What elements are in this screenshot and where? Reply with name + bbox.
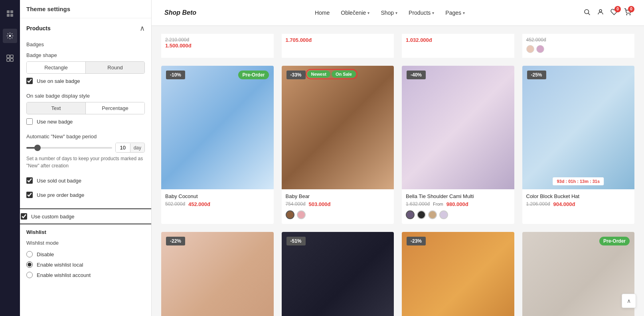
display-style-group: Text Percentage	[26, 102, 145, 114]
swatches-bella	[406, 210, 510, 219]
top-nav: Shop Beto Home Oblečenie ▾ Shop ▾ Produc…	[152, 0, 644, 26]
product-image-bottom1: -22%	[161, 232, 274, 316]
search-button[interactable]	[583, 8, 591, 18]
enable-local-label[interactable]: Enable wishlist local	[37, 262, 83, 268]
use-pre-order-badge-label[interactable]: Use pre order badge	[37, 192, 84, 198]
swatch-pink[interactable]	[297, 210, 306, 219]
price-row-hat: 1.206.000đ 904.000đ	[526, 201, 631, 207]
products-section-toggle[interactable]: ∧	[140, 24, 145, 33]
use-new-badge-checkbox[interactable]	[26, 118, 33, 125]
percentage-option[interactable]: Percentage	[86, 102, 144, 114]
swatches-baby-bear	[286, 210, 390, 219]
sale-price-hat: 904.000đ	[553, 201, 575, 207]
settings-gear-icon[interactable]	[3, 29, 17, 43]
disable-wishlist-radio[interactable]	[26, 251, 33, 257]
product-image-hat: -25% 93d : 01h : 13m : 31s	[522, 66, 635, 189]
disable-wishlist-label[interactable]: Disable	[37, 251, 54, 257]
use-custom-badge-checkbox[interactable]	[21, 213, 27, 220]
enable-local-radio[interactable]	[26, 261, 33, 268]
product-card-bottom2: -51%	[282, 232, 394, 316]
swatch-lavender[interactable]	[439, 210, 448, 219]
prices-row: 2.210.000đ 1.500.000đ 1.705.000đ 1.032.0…	[161, 34, 634, 58]
use-sold-out-badge-checkbox[interactable]	[26, 177, 33, 184]
product-image-baby-coconut: -10% Pre-Order	[161, 66, 274, 189]
account-button[interactable]	[597, 8, 604, 18]
original-price-hat: 1.206.000đ	[526, 201, 550, 207]
wishlist-button[interactable]: 0	[610, 8, 618, 18]
svg-point-4	[9, 35, 11, 37]
swatch-brown[interactable]	[286, 210, 294, 219]
use-custom-badge-label[interactable]: Use custom badge	[31, 214, 74, 220]
nav-products-label: Products	[409, 10, 431, 16]
product-name-baby-coconut: Baby Coconut	[165, 193, 270, 199]
wishlist-badge: 0	[614, 6, 621, 12]
swatch-purple[interactable]	[406, 210, 415, 219]
settings-panel: Theme settings Products ∧ Badges Badge s…	[20, 0, 152, 316]
use-on-sale-badge-row: Use on sale badge	[26, 74, 145, 88]
pages-chevron-icon: ▾	[463, 11, 465, 15]
enable-local-radio-row: Enable wishlist local	[26, 259, 145, 270]
nav-links: Home Oblečenie ▾ Shop ▾ Products ▾ Pages…	[315, 10, 465, 16]
nav-home[interactable]: Home	[315, 10, 330, 16]
new-badge-period-row: Automatic "New" badge period day Set a n…	[26, 133, 145, 169]
sale-badge-bottom1: -22%	[166, 237, 185, 245]
wishlist-mode-label: Wishlist mode	[26, 240, 145, 246]
nav-icons: 0 0	[583, 8, 631, 18]
blocks-icon[interactable]	[3, 51, 17, 65]
price-cell-3: 452.000đ	[522, 34, 635, 58]
rectangle-option[interactable]: Rectangle	[27, 62, 85, 73]
nav-products[interactable]: Products ▾	[409, 10, 434, 16]
bella-image	[402, 66, 514, 189]
scroll-to-top-button[interactable]: ∧	[622, 294, 636, 308]
price-row-baby-bear: 754.000đ 503.000đ	[286, 201, 390, 207]
original-price-baby-bear: 754.000đ	[286, 201, 306, 207]
use-pre-order-badge-checkbox[interactable]	[26, 192, 33, 198]
new-badge-slider[interactable]	[26, 147, 112, 149]
product-info-baby-coconut: Baby Coconut 502.000đ 452.000đ	[161, 189, 274, 212]
product-image-bella: -40%	[402, 66, 514, 189]
layout-icon[interactable]	[3, 6, 17, 21]
use-on-sale-badge-label[interactable]: Use on sale badge	[37, 78, 80, 84]
product-name-hat: Color Block Bucket Hat	[526, 193, 631, 199]
price-cell-2: 1.032.000đ	[402, 34, 514, 58]
price-sale-1: 1.705.000đ	[286, 37, 390, 43]
enable-account-radio-row: Enable wishlist account	[26, 270, 145, 280]
svg-rect-3	[10, 14, 13, 17]
nav-home-label: Home	[315, 10, 330, 16]
svg-point-12	[626, 14, 627, 15]
product-image-baby-bear: -33% Newest On Sale	[282, 66, 394, 189]
hat-image	[522, 66, 635, 189]
enable-account-label[interactable]: Enable wishlist account	[37, 272, 91, 278]
round-option[interactable]: Round	[86, 62, 144, 73]
product-card-bottom3: -23%	[402, 232, 514, 316]
nav-shop-label: Shop	[381, 10, 394, 16]
preorder-badge-baby-coconut: Pre-Order	[238, 71, 269, 79]
day-unit-label: day	[130, 143, 144, 152]
original-price-bella: 1.632.000đ	[406, 201, 430, 207]
use-on-sale-badge-checkbox[interactable]	[26, 78, 33, 84]
products-grid: -10% Pre-Order Baby Coconut 502.000đ 452…	[161, 66, 634, 316]
swatch-tan[interactable]	[428, 210, 437, 219]
swatch-black[interactable]	[417, 210, 426, 219]
day-input[interactable]	[116, 143, 130, 152]
use-new-badge-label[interactable]: Use new badge	[37, 119, 73, 125]
cart-button[interactable]: 0	[624, 8, 631, 18]
color-dots-3	[526, 45, 631, 53]
nav-shop[interactable]: Shop ▾	[381, 10, 397, 16]
svg-point-13	[630, 14, 630, 15]
products-section-title: Products	[26, 25, 51, 31]
shop-chevron-icon: ▾	[395, 11, 397, 15]
nav-pages[interactable]: Pages ▾	[445, 10, 465, 16]
nav-oblecenie[interactable]: Oblečenie ▾	[341, 10, 369, 16]
product-image-bottom3: -23%	[402, 232, 514, 316]
svg-rect-2	[7, 14, 10, 17]
on-sale-display-style-label: On sale badge display style	[26, 93, 145, 99]
products-chevron-icon: ▾	[432, 11, 434, 15]
enable-account-radio[interactable]	[26, 272, 33, 278]
icon-bar	[0, 0, 20, 316]
use-new-badge-row: Use new badge	[26, 114, 145, 129]
text-option[interactable]: Text	[27, 102, 85, 114]
use-sold-out-badge-label[interactable]: Use sold out badge	[37, 178, 81, 184]
sale-price-baby-bear: 503.000đ	[309, 201, 331, 207]
product-info-hat: Color Block Bucket Hat 1.206.000đ 904.00…	[522, 189, 635, 212]
